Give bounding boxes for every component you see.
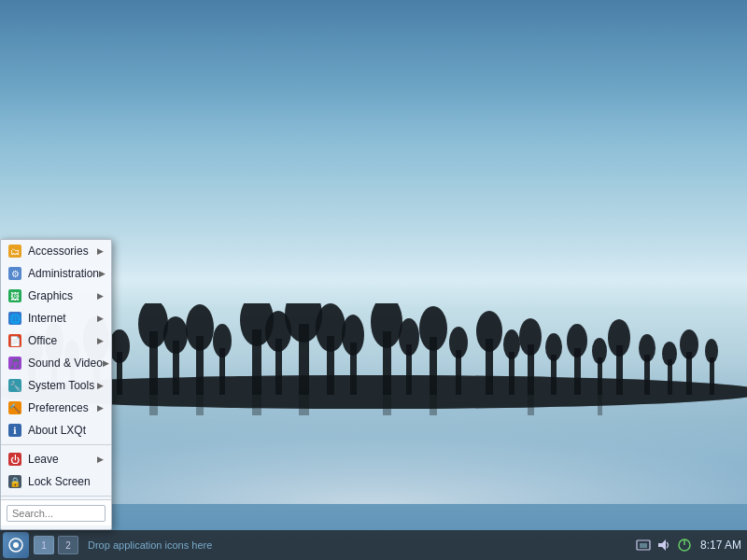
start-button[interactable] [3, 532, 29, 558]
svg-rect-60 [149, 389, 158, 415]
menu-item-preferences[interactable]: 🔨Preferences▶ [1, 397, 111, 419]
svg-text:🗂: 🗂 [10, 246, 20, 257]
menu-icon-accessories: 🗂 [7, 243, 23, 259]
menu-arrow-office: ▶ [97, 336, 104, 345]
svg-point-52 [639, 334, 655, 362]
svg-point-30 [371, 303, 402, 348]
svg-point-32 [399, 318, 419, 356]
svg-point-18 [213, 324, 232, 357]
menu-label-system-tools: System Tools [28, 379, 94, 392]
svg-rect-101 [640, 543, 647, 548]
svg-point-34 [419, 306, 447, 351]
svg-text:⚙: ⚙ [11, 269, 20, 279]
desktop-background [0, 0, 747, 560]
menu-icon-system-tools: 🔧 [7, 377, 23, 394]
lxqt-logo-icon [8, 538, 23, 553]
svg-point-59 [0, 375, 747, 409]
menu-label-office: Office [28, 334, 57, 347]
svg-text:⏻: ⏻ [10, 455, 20, 465]
svg-marker-102 [658, 539, 666, 551]
menu-label-sound-video: Sound & Video [28, 357, 103, 370]
menu-arrow-accessories: ▶ [97, 246, 104, 256]
menu-arrow-leave: ▶ [97, 455, 104, 464]
menu-item-lock-screen[interactable]: 🔒Lock Screen [1, 470, 111, 493]
menu-label-preferences: Preferences [28, 401, 89, 414]
menu-icon-preferences: 🔨 [7, 399, 23, 416]
svg-rect-66 [299, 389, 309, 415]
network-tray-icon[interactable] [635, 537, 652, 553]
menu-arrow-graphics: ▶ [97, 291, 104, 301]
svg-point-28 [342, 315, 364, 356]
svg-point-46 [567, 324, 587, 357]
svg-point-44 [545, 333, 562, 361]
svg-text:🔨: 🔨 [9, 402, 21, 414]
menu-label-accessories: Accessories [28, 245, 89, 258]
menu-divider [1, 496, 111, 497]
menu-item-leave[interactable]: ⏻Leave▶ [1, 448, 111, 470]
svg-text:ℹ: ℹ [13, 426, 17, 436]
svg-point-38 [476, 311, 502, 352]
svg-point-36 [449, 327, 468, 358]
svg-point-54 [662, 342, 677, 366]
svg-rect-68 [383, 389, 391, 415]
svg-point-10 [109, 329, 130, 363]
svg-text:🔧: 🔧 [9, 380, 21, 392]
menu-divider-before-leave [1, 444, 111, 445]
svg-point-16 [186, 304, 214, 351]
menu-item-office[interactable]: 📄Office▶ [1, 329, 111, 352]
menu-item-internet[interactable]: 🌐Internet▶ [1, 307, 111, 329]
menu-icon-internet: 🌐 [7, 310, 23, 327]
svg-rect-74 [598, 389, 602, 415]
workspace-2-button[interactable]: 2 [58, 536, 78, 554]
menu-label-internet: Internet [28, 312, 66, 325]
menu-item-sound-video[interactable]: 🎵Sound & Video▶ [1, 352, 111, 374]
menu-icon-administration: ⚙ [7, 265, 23, 282]
menu-item-administration[interactable]: ⚙Administration▶ [1, 262, 111, 285]
menu-item-system-tools[interactable]: 🔧System Tools▶ [1, 374, 111, 397]
svg-point-42 [519, 318, 542, 356]
svg-rect-70 [430, 389, 437, 415]
application-drop-area: Drop application icons here [80, 532, 635, 558]
svg-point-56 [680, 329, 698, 359]
menu-label-lock-screen: Lock Screen [28, 475, 91, 488]
menu-items-list: 🗂Accessories▶⚙Administration▶🖼Graphics▶🌐… [1, 240, 111, 493]
system-clock: 8:17 AM [700, 539, 741, 552]
menu-icon-graphics: 🖼 [7, 287, 23, 304]
workspace-1-button[interactable]: 1 [34, 536, 54, 554]
start-menu: 🗂Accessories▶⚙Administration▶🖼Graphics▶🌐… [0, 239, 112, 530]
svg-point-26 [316, 303, 345, 352]
menu-arrow-system-tools: ▶ [97, 381, 104, 390]
svg-text:🌐: 🌐 [9, 313, 21, 325]
menu-item-about-lxqt[interactable]: ℹAbout LXQt [1, 419, 111, 441]
menu-icon-lock-screen: 🔒 [7, 473, 23, 490]
volume-tray-icon[interactable] [655, 537, 672, 553]
svg-rect-72 [528, 389, 534, 415]
svg-point-50 [608, 319, 630, 357]
search-input[interactable] [7, 505, 106, 522]
svg-point-12 [138, 303, 168, 348]
menu-label-administration: Administration [28, 267, 99, 280]
menu-arrow-preferences: ▶ [97, 403, 104, 413]
svg-point-99 [13, 542, 19, 548]
svg-text:🔒: 🔒 [9, 476, 21, 488]
svg-point-48 [592, 338, 607, 364]
menu-arrow-administration: ▶ [99, 269, 106, 278]
svg-rect-62 [196, 389, 204, 415]
svg-text:📄: 📄 [9, 335, 21, 347]
menu-label-leave: Leave [28, 453, 59, 466]
taskbar: 1 2 Drop application icons here [0, 530, 747, 560]
svg-point-14 [163, 316, 188, 354]
drop-hint-text: Drop application icons here [88, 539, 212, 551]
menu-icon-office: 📄 [7, 332, 23, 349]
svg-point-58 [705, 339, 718, 363]
menu-icon-about-lxqt: ℹ [7, 422, 23, 439]
menu-item-graphics[interactable]: 🖼Graphics▶ [1, 285, 111, 307]
tree-silhouette [0, 303, 747, 415]
menu-item-accessories[interactable]: 🗂Accessories▶ [1, 240, 111, 262]
system-tray: 8:17 AM [635, 537, 741, 553]
svg-text:🎵: 🎵 [9, 357, 21, 370]
menu-arrow-internet: ▶ [97, 314, 104, 323]
power-tray-icon[interactable] [676, 537, 693, 553]
menu-icon-sound-video: 🎵 [7, 355, 23, 371]
search-box [1, 499, 111, 525]
